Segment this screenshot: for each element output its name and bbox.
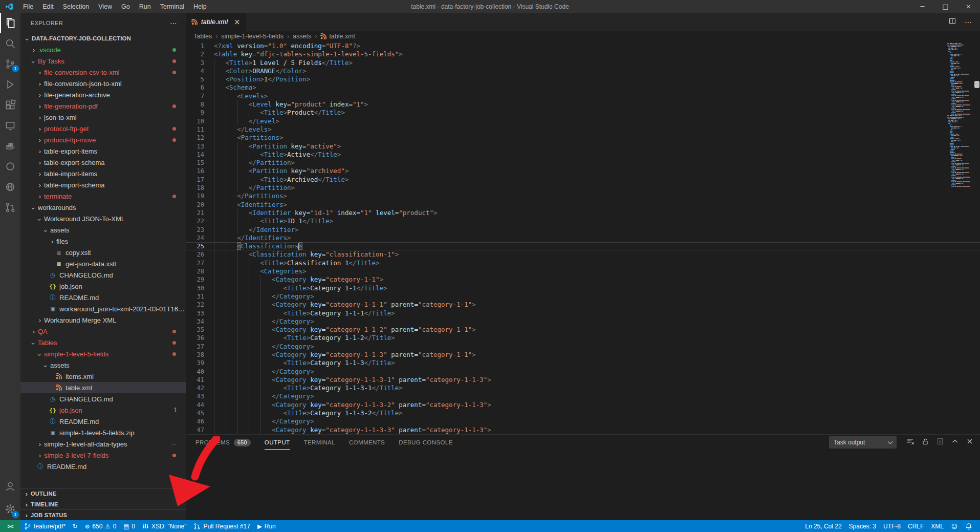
code-line-41[interactable]: 41<Category key="category-1-1-3-1" paren… — [186, 376, 980, 384]
code-line-35[interactable]: 35<Category key="category-1-1-2" parent=… — [186, 326, 980, 334]
code-line-21[interactable]: 21<Identifier key="id-1" index="1" level… — [186, 209, 980, 217]
tree-file-changelog.md[interactable]: ◷CHANGELOG.md — [20, 269, 186, 281]
menu-file[interactable]: File — [18, 3, 38, 10]
close-button[interactable]: × — [957, 0, 980, 13]
code-line-32[interactable]: 32<Category key="category-1-1-1" parent=… — [186, 301, 980, 309]
code-line-27[interactable]: 27<Title>Classification 1</Title> — [186, 259, 980, 267]
code-editor[interactable]: 1<?xml version="1.0" encoding="UTF-8"?>2… — [186, 42, 980, 434]
tree-file-items.xml[interactable]: items.xml — [20, 371, 186, 382]
unlock-icon[interactable] — [921, 437, 929, 448]
encoding-setting[interactable]: UTF-8 — [880, 520, 904, 532]
menu-view[interactable]: View — [94, 3, 117, 10]
editor-more-actions-icon[interactable]: ⋯ — [965, 18, 972, 26]
code-line-5[interactable]: 5<Position>1</Position> — [186, 75, 980, 83]
language-mode[interactable]: XML — [927, 520, 947, 532]
tree-folder-file-generation-pdf[interactable]: ›file-generation-pdf — [20, 100, 186, 112]
output-channel-dropdown[interactable]: Task output — [829, 436, 897, 449]
github-pull-requests-icon[interactable] — [0, 197, 20, 218]
menu-terminal[interactable]: Terminal — [156, 3, 189, 10]
code-line-46[interactable]: 46</Category> — [186, 417, 980, 425]
pull-request-item[interactable]: Pull Request #17 — [190, 520, 253, 532]
feedback-icon[interactable] — [947, 520, 962, 532]
git-branch-item[interactable]: feature/pdf* — [20, 520, 69, 532]
code-line-24[interactable]: 24</Identifiers> — [186, 234, 980, 242]
scrollbar-handle[interactable] — [974, 81, 979, 88]
menu-selection[interactable]: Selection — [58, 3, 94, 10]
tree-folder-terminate[interactable]: ›terminate — [20, 190, 186, 202]
tree-file-get-json-data.xslt[interactable]: ≣get-json-data.xslt — [20, 258, 186, 269]
code-line-29[interactable]: 29<Category key="category-1-1"> — [186, 275, 980, 284]
tree-folder-.vscode[interactable]: ›.vscode — [20, 44, 186, 55]
tree-folder-files[interactable]: ›files — [20, 236, 186, 247]
menu-edit[interactable]: Edit — [38, 3, 58, 10]
tree-folder-table-export-items[interactable]: ›table-export-items — [20, 145, 186, 157]
code-line-15[interactable]: 15</Partition> — [186, 159, 980, 167]
explorer-icon[interactable] — [0, 13, 20, 33]
tree-file-workaround-json-to-xml-2021-03-01t16-2...[interactable]: ▣workaround_json-to-xml-2021-03-01T16-2.… — [20, 303, 186, 314]
section-timeline[interactable]: ›TIMELINE — [20, 499, 186, 509]
code-line-36[interactable]: 36<Title>Category 1-1-2</Title> — [186, 334, 980, 342]
tree-folder-json-to-xml[interactable]: ›json-to-xml — [20, 112, 186, 123]
breadcrumb-file[interactable]: table.xml — [320, 33, 355, 40]
tree-folder-protocol-ftp-move[interactable]: ›protocol-ftp-move — [20, 134, 186, 145]
breadcrumb-assets[interactable]: assets — [293, 33, 311, 40]
tree-folder-simple-1-level-all-data-types[interactable]: ›simple-1-level-all-data-types⋯ — [20, 438, 186, 450]
tab-output[interactable]: OUTPUT — [265, 435, 290, 450]
breadcrumb-folder[interactable]: simple-1-level-5-fields — [221, 33, 284, 40]
tree-folder-data-factory-job-collection[interactable]: ›DATA-FACTORY-JOB-COLLECTION — [20, 33, 186, 44]
minimize-button[interactable]: ─ — [911, 0, 934, 13]
code-line-43[interactable]: 43</Category> — [186, 392, 980, 400]
run-task-button[interactable]: ▶Run — [254, 520, 279, 532]
menu-run[interactable]: Run — [135, 3, 156, 10]
code-line-8[interactable]: 8<Level key="product" index="1"> — [186, 100, 980, 109]
eol-setting[interactable]: CRLF — [904, 520, 927, 532]
tree-folder-table-import-items[interactable]: ›table-import-items — [20, 168, 186, 179]
output-panel-content[interactable] — [186, 450, 980, 520]
code-line-20[interactable]: 20<Identifiers> — [186, 201, 980, 209]
problems-summary[interactable]: ⊗650 ⚠0 — [81, 520, 120, 532]
tree-folder-assets[interactable]: ›assets — [20, 224, 186, 236]
tab-comments[interactable]: COMMENTS — [349, 435, 385, 450]
code-line-14[interactable]: 14<Title>Active</Title> — [186, 151, 980, 159]
code-line-2[interactable]: 2<Table key="dfjc-tables-simple-1-level-… — [186, 50, 980, 58]
code-line-26[interactable]: 26<Classification key="classification-1"… — [186, 250, 980, 259]
code-line-39[interactable]: 39<Title>Category 1-1-3</Title> — [186, 359, 980, 367]
extensions-icon[interactable] — [0, 95, 20, 115]
code-line-33[interactable]: 33<Title>Category 1-1-1</Title> — [186, 309, 980, 317]
tree-file-changelog.md[interactable]: ◷CHANGELOG.md — [20, 393, 186, 405]
code-line-40[interactable]: 40</Category> — [186, 368, 980, 376]
code-line-6[interactable]: 6<Schema> — [186, 83, 980, 92]
tree-folder-file-conversion-csv-to-xml[interactable]: ›file-conversion-csv-to-xml — [20, 67, 186, 78]
search-icon[interactable] — [0, 33, 20, 54]
menu-go[interactable]: Go — [117, 3, 135, 10]
tree-folder-qa[interactable]: ›QA — [20, 326, 186, 337]
code-line-17[interactable]: 17<Title>Archived</Title> — [186, 176, 980, 184]
section-job-status[interactable]: ›JOB STATUS — [20, 509, 186, 520]
code-line-13[interactable]: 13<Partition key="active"> — [186, 142, 980, 151]
tree-folder-table-export-schema[interactable]: ›table-export-schema — [20, 157, 186, 168]
code-line-22[interactable]: 22<Title>ID 1</Title> — [186, 217, 980, 225]
code-line-37[interactable]: 37</Category> — [186, 343, 980, 351]
code-line-42[interactable]: 42<Title>Category 1-1-3-1</Title> — [186, 384, 980, 392]
tree-folder-simple-1-level-5-fields[interactable]: ›simple-1-level-5-fields — [20, 348, 186, 359]
tree-folder-workarounds[interactable]: ›workarounds — [20, 202, 186, 213]
code-line-28[interactable]: 28<Categories> — [186, 267, 980, 275]
menu-help[interactable]: Help — [189, 3, 211, 10]
tree-folder-workaround-json-to-xml[interactable]: ›Workaround JSON-To-XML — [20, 213, 186, 224]
code-line-23[interactable]: 23</Identifier> — [186, 226, 980, 234]
tree-folder-protocol-ftp-get[interactable]: ›protocol-ftp-get — [20, 123, 186, 134]
notes-count[interactable]: ▤0 — [120, 520, 139, 532]
tree-file-simple-1-level-5-fields.zip[interactable]: ▣simple-1-level-5-fields.zip — [20, 427, 186, 438]
tab-terminal[interactable]: TERMINAL — [304, 435, 335, 450]
tree-folder-assets[interactable]: ›assets — [20, 359, 186, 371]
maximize-button[interactable]: □ — [934, 0, 957, 13]
code-line-12[interactable]: 12<Partitions> — [186, 134, 980, 142]
remote-indicator[interactable]: >< — [0, 520, 20, 532]
close-panel-icon[interactable] — [966, 437, 974, 448]
tree-file-readme.md[interactable]: ⓘREADME.md — [20, 292, 186, 303]
tree-file-job.json[interactable]: {}job.json — [20, 281, 186, 292]
account-icon[interactable] — [0, 475, 20, 498]
code-line-9[interactable]: 9<Title>Product</Title> — [186, 109, 980, 117]
code-line-16[interactable]: 16<Partition key="archived"> — [186, 167, 980, 175]
tree-folder-table-import-schema[interactable]: ›table-import-schema — [20, 179, 186, 190]
